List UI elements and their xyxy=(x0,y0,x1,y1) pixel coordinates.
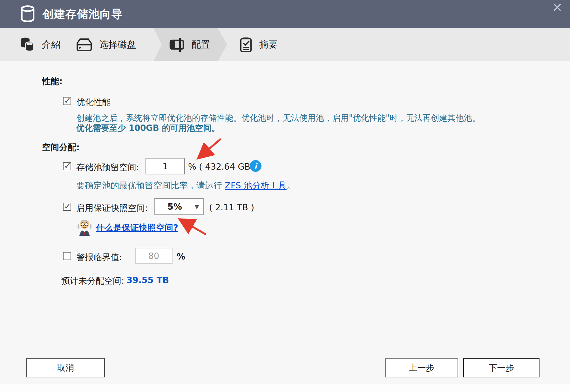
professor-icon xyxy=(76,218,93,236)
reserved-space-input[interactable] xyxy=(146,158,185,174)
partition-icon xyxy=(169,37,185,52)
storage-pool-cylinder-icon xyxy=(20,5,36,23)
chevron-down-icon: ▼ xyxy=(195,204,199,210)
unallocated-space-label: 预计未分配空间: xyxy=(61,275,124,287)
annotation-arrow-down-left xyxy=(191,135,229,164)
annotation-arrow-up-left xyxy=(175,215,213,241)
space-allocation-heading: 空间分配: xyxy=(42,142,80,153)
checkmark-icon: ✓ xyxy=(64,160,71,171)
step-tab-summary[interactable]: 摘要 xyxy=(239,28,278,61)
step-label-introduction: 介紹 xyxy=(42,38,60,51)
snapshot-space-suffix: ( 2.11 TB ) xyxy=(209,202,254,212)
alert-threshold-input[interactable] xyxy=(135,248,173,264)
snapshot-space-help-link[interactable]: 什么是保证快照空间? xyxy=(96,222,178,233)
next-button[interactable]: 下一步 xyxy=(463,358,539,377)
wizard-steps: 介紹 选择磁盘 配置 xyxy=(0,28,570,61)
disk-drive-icon xyxy=(76,37,93,52)
step-label-summary: 摘要 xyxy=(259,38,278,51)
step-tab-select-disks[interactable]: 选择磁盘 xyxy=(76,28,136,61)
zfs-hint-line: 要确定池的最优预留空间比率，请运行 ZFS 池分析工具。 xyxy=(76,180,295,191)
zfs-hint-prefix: 要确定池的最优预留空间比率，请运行 xyxy=(76,180,225,190)
optimize-performance-label: 优化性能 xyxy=(76,97,111,108)
dual-cylinder-icon xyxy=(19,37,36,53)
snapshot-space-select[interactable]: 5% ▼ xyxy=(154,198,204,215)
optimize-description-line2: 优化需要至少 100GB 的可用池空间。 xyxy=(76,123,220,134)
back-button[interactable]: 上一步 xyxy=(385,358,458,377)
performance-heading: 性能: xyxy=(42,76,63,87)
zfs-pool-analyzer-link[interactable]: ZFS 池分析工具 xyxy=(225,180,287,190)
step-label-select-disks: 选择磁盘 xyxy=(99,38,136,51)
step-tab-introduction[interactable]: 介紹 xyxy=(19,28,60,61)
titlebar: 创建存储池向导 × xyxy=(0,0,570,28)
bottom-strip xyxy=(0,384,570,392)
unallocated-space-value: 39.55 TB xyxy=(126,275,169,285)
snapshot-space-checkbox[interactable]: ✓ xyxy=(63,203,71,211)
dialog-title: 创建存储池向导 xyxy=(43,7,123,22)
create-storage-pool-wizard-dialog: 创建存储池向导 × 介紹 选择磁盘 xyxy=(0,0,570,392)
alert-threshold-suffix: % xyxy=(177,252,185,261)
optimize-performance-checkbox[interactable]: ✓ xyxy=(63,97,71,105)
optimize-description-line1: 创建池之后，系统将立即优化池的存储性能。优化池时，无法使用池，启用"优化性能"时… xyxy=(76,112,480,124)
reserved-space-suffix: % ( 432.64 GB ) xyxy=(188,162,256,172)
cancel-button[interactable]: 取消 xyxy=(26,358,105,377)
snapshot-space-selected-value: 5% xyxy=(167,202,182,212)
checkmark-icon: ✓ xyxy=(64,201,71,212)
step-label-configure: 配置 xyxy=(192,38,210,51)
zfs-hint-suffix: 。 xyxy=(287,180,295,190)
alert-threshold-checkbox[interactable] xyxy=(63,252,71,260)
alert-threshold-label: 警报临界值: xyxy=(76,252,122,263)
snapshot-space-label: 启用保证快照空间: xyxy=(76,202,148,214)
summary-clipboard-icon xyxy=(239,37,253,53)
step-tab-configure[interactable]: 配置 xyxy=(169,28,210,61)
close-icon[interactable]: × xyxy=(550,0,564,14)
reserved-space-checkbox[interactable]: ✓ xyxy=(63,162,71,170)
checkmark-icon: ✓ xyxy=(64,95,71,106)
info-icon[interactable]: i xyxy=(250,160,261,172)
reserved-space-label: 存储池预留空间: xyxy=(76,162,139,173)
